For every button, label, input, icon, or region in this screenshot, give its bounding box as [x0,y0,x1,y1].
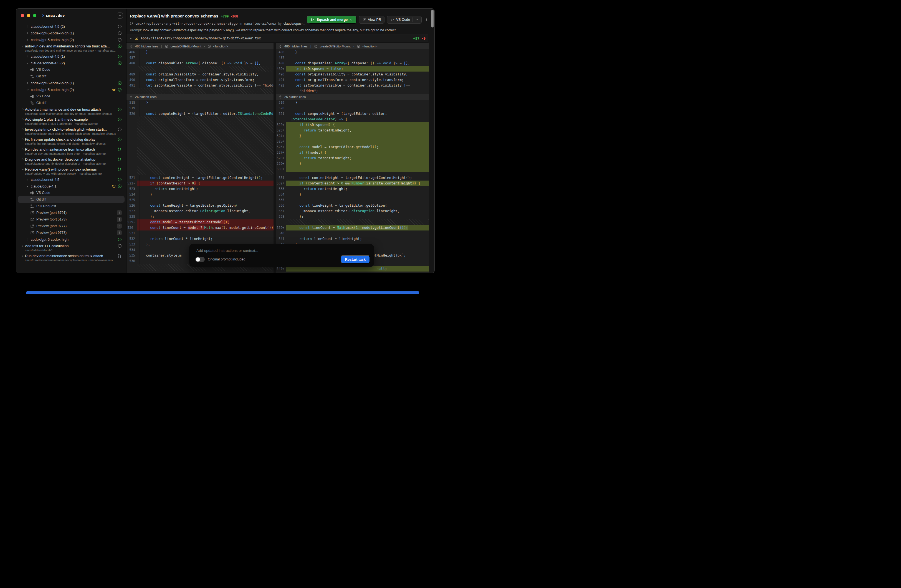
squash-and-merge-button[interactable]: Squash and merge [307,16,357,23]
sidebar-item-vs-code[interactable]: VS Code [18,66,125,73]
code-text: ); [140,214,273,219]
sidebar-task-item[interactable]: Investigate tmux click-to-refresh glitch… [18,126,125,136]
diff-removed-total: -168 [231,14,238,18]
repo-name[interactable]: manaflow-ai/cmux [244,22,276,25]
status-pending-icon [118,38,122,42]
sidebar-item-pull-request[interactable]: Pull Request [18,203,125,209]
sidebar-branch-item[interactable]: codex/gpt-5-codex-high [18,236,125,243]
sidebar-task-item[interactable]: Run dev and maintenance scripts on tmux … [18,253,125,263]
chevron-right-icon [21,128,24,131]
vscode-button[interactable]: VS Code [387,16,422,23]
sidebar-item-preview-port-5173-[interactable]: Preview (port 5173) [18,216,125,223]
task-subtitle: cmux/auto-start-maintenance-and-dev-on-t… [21,112,122,115]
chevron-right-icon [21,138,24,141]
git-compare-icon [30,74,34,78]
line-number: 524 [126,192,137,197]
chevron-down-icon[interactable] [350,18,353,21]
code-text: const originalVisibility = container.sty… [140,72,273,77]
sidebar-task-item[interactable]: Fix first-run update check and dialog di… [18,136,125,146]
sidebar-item-vs-code[interactable]: VS Code [18,189,125,196]
hidden-lines-banner[interactable]: 485 hidden lines|createDiffEditorMount›<… [126,43,273,49]
sidebar-branch-item[interactable]: codex/gpt-5-codex-high (2) [18,86,125,93]
item-menu-button[interactable] [117,210,122,215]
hidden-lines-label: 26 hidden lines [135,95,156,98]
zoom-window-button[interactable] [33,14,36,17]
line-number: 527 [126,208,137,214]
sidebar-item-git-diff[interactable]: Git diff [18,73,125,80]
file-bar[interactable]: apps/client/src/components/monaco/monaco… [126,34,428,42]
window-scrollbar-thumb[interactable] [431,10,433,28]
minimize-window-button[interactable] [27,14,30,17]
sidebar-item-preview-port-6791-[interactable]: Preview (port 6791) [18,209,125,216]
instructions-input[interactable]: Add updated instructions or context... [196,248,258,253]
sidebar-task-item[interactable]: Diagnose and fix docker detection at sta… [18,156,125,166]
hidden-lines-banner[interactable]: 26 hidden lines [276,94,429,100]
branch-name[interactable]: cmux/replace-v-any-with-proper-convex-sc… [136,22,237,25]
sidebar-branch-item[interactable]: claude/sonnet-4.5 [18,176,125,183]
line-number: 523 [126,186,137,192]
chevron-right-icon [21,118,25,121]
item-menu-button[interactable] [117,217,122,222]
header-overflow-menu-button[interactable] [424,17,428,21]
pane-divider [273,43,276,273]
sidebar-branch-item[interactable]: codex/gpt-5-codex-high (1) [18,80,125,86]
sidebar-item-preview-port-9778-[interactable]: Preview (port 9778) [18,229,125,236]
line-number: 522- [126,181,137,186]
code-line: 518 } [126,100,273,105]
sidebar-task-item[interactable]: Add simple 1 plus 1 arithmetic example c… [18,116,125,126]
new-task-button[interactable] [117,12,123,19]
original-prompt-toggle[interactable] [195,257,205,262]
agent-name[interactable]: claude/opus-... [284,22,306,25]
code-text: if (isDisposed) { [289,122,429,128]
branch-label: claude/sonnet-4.5 [30,178,59,182]
unfold-icon [279,95,282,99]
sidebar-item-preview-port-9777-[interactable]: Preview (port 9777) [18,223,125,229]
sidebar-branch-item[interactable]: claude/opus-4.1 [18,183,125,189]
chevron-down-icon [25,88,30,91]
sidebar-task-item[interactable]: Auto-start maintenance and dev on tmux a… [18,106,125,116]
sidebar-item-git-diff[interactable]: Git diff [18,196,125,203]
sidebar-branch-item[interactable]: claude/sonnet-4.5 (2) [18,23,125,30]
sidebar-branch-item[interactable]: claude/sonnet-4.5 (2) [18,59,125,66]
item-menu-button[interactable] [117,230,122,235]
check-circle-icon [118,81,122,85]
task-header: Replace v.any() with proper convex schem… [126,9,435,34]
vscode-icon [30,191,34,195]
collapse-file-chevron-icon[interactable] [129,37,132,40]
check-circle-icon [118,184,122,188]
code-line: 520 const computeHeight = (targetEditor:… [126,111,273,117]
hidden-lines-banner[interactable]: 485 hidden lines|createDiffEditorMount›<… [276,43,429,49]
code-line: IStandaloneCodeEditor) => { [276,117,429,122]
file-added-count: +97 [413,36,419,41]
item-menu-button[interactable] [117,223,122,229]
sidebar-task-item[interactable]: Add test for 1+1 calculation cmux/add-te… [18,243,125,253]
view-pr-button[interactable]: View PR [359,16,385,23]
line-number: 527+ [276,150,286,155]
chevron-down-icon[interactable] [415,18,418,21]
restart-task-button[interactable]: Restart task [341,255,370,264]
sidebar-task-item[interactable]: Replace v.any() with proper convex schem… [18,166,125,176]
sidebar-task-list: claude/sonnet-4.5 (2)codex/gpt-5-codex-h… [16,22,126,273]
close-window-button[interactable] [21,14,24,17]
diff-viewer: 485 hidden lines|createDiffEditorMount›<… [126,43,435,273]
sidebar-branch-item[interactable]: codex/gpt-5-codex-high (2) [18,36,125,43]
alignment-filler [126,66,273,72]
code-text [289,197,429,203]
toggle-label: Original prompt included [208,257,245,261]
sidebar-task-item[interactable]: Run dev and maintenance from tmux attach… [18,146,125,156]
status-complete-icon [118,107,122,111]
hidden-lines-banner[interactable]: 26 hidden lines [126,94,273,100]
sidebar-branch-item[interactable]: claude/sonnet-4.5 (1) [18,53,125,59]
sidebar-item-vs-code[interactable]: VS Code [18,93,125,100]
line-number: 488 [276,61,286,66]
code-text: return targetMinHeight; [289,128,429,133]
sidebar-item-git-diff[interactable]: Git diff [18,100,125,106]
task-subtitle: cmux/add-test-for-1-1 [21,248,122,252]
code-line-added: 526+ const model = targetEditor.getModel… [276,144,429,150]
chevron-down-icon [26,62,29,65]
task-subtitle: cmux/auto-run-dev-and-maintenance-script… [21,48,122,52]
code-line-added: 523+ return targetMinHeight; [276,128,429,133]
sidebar-branch-item[interactable]: codex/gpt-5-codex-high (1) [18,30,125,36]
sidebar-task-item[interactable]: auto-run dev and maintenance scripts via… [18,43,125,53]
code-line-added: 530+ [276,167,429,172]
